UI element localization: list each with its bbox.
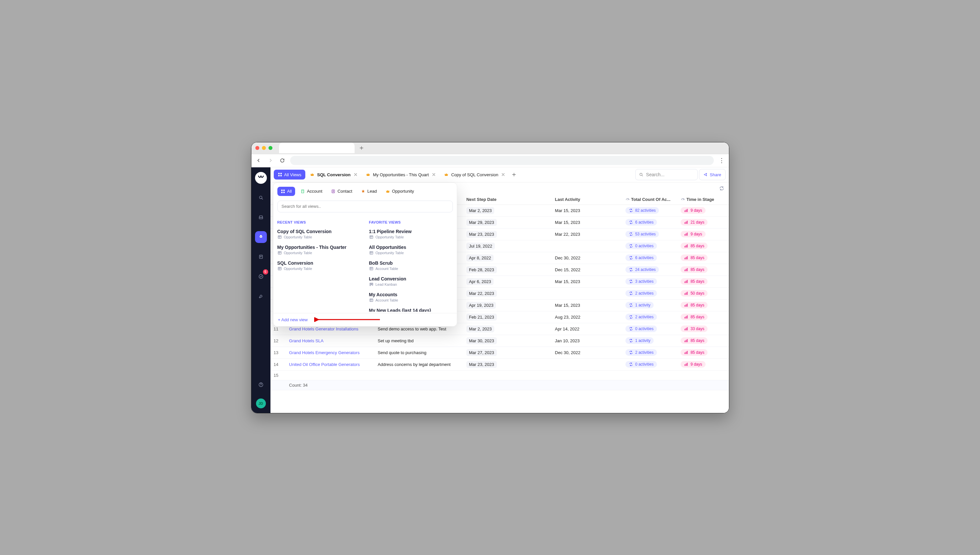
table-row[interactable]: 12Grand Hotels SLASet up meeting tbdMar … bbox=[270, 335, 729, 346]
view-item[interactable]: My AccountsAccount Table bbox=[369, 290, 453, 306]
share-button[interactable]: Share bbox=[699, 169, 726, 180]
chip-opportunity[interactable]: Opportunity bbox=[382, 187, 417, 196]
view-tab[interactable]: My Opportunities - This Quart bbox=[363, 170, 440, 180]
view-tab[interactable]: Copy of SQL Conversion bbox=[441, 170, 509, 180]
browser-tab[interactable] bbox=[279, 143, 355, 153]
table-icon bbox=[369, 282, 374, 287]
settings-icon[interactable] bbox=[255, 290, 267, 302]
window-close-dot[interactable] bbox=[255, 146, 259, 150]
opportunity-link[interactable]: Grand Hotels Emergency Generators bbox=[289, 350, 360, 355]
row-number: 12 bbox=[270, 335, 286, 346]
cycle-icon bbox=[629, 208, 633, 213]
app: 6 JD All Views SQL ConversionMy Opportun… bbox=[251, 167, 729, 413]
cell-time-in-stage: 85 days bbox=[677, 335, 729, 346]
view-item[interactable]: BoB ScrubAccount Table bbox=[369, 258, 453, 274]
cell-next-step: Address concerns by legal department bbox=[374, 358, 463, 370]
window-min-dot[interactable] bbox=[262, 146, 266, 150]
back-button[interactable] bbox=[255, 157, 262, 164]
view-tab[interactable]: SQL Conversion bbox=[307, 170, 361, 180]
forward-button[interactable] bbox=[267, 157, 274, 164]
browser-menu-icon[interactable]: ⋮ bbox=[718, 157, 726, 164]
chip-lead[interactable]: Lead bbox=[358, 187, 380, 196]
search-placeholder: Search... bbox=[646, 172, 665, 177]
cycle-icon bbox=[629, 220, 633, 225]
col-last-activity[interactable]: Last Activity bbox=[552, 194, 622, 205]
chip-all[interactable]: All bbox=[277, 187, 295, 196]
url-input[interactable] bbox=[290, 156, 714, 165]
cell-next-step-date: Mar 2, 2023 bbox=[463, 205, 552, 217]
chip-account[interactable]: Account bbox=[297, 187, 326, 196]
cycle-icon bbox=[629, 362, 633, 367]
view-item[interactable]: My Opportunities - This QuarterOpportuni… bbox=[277, 243, 361, 258]
cell-time-in-stage: 85 days bbox=[677, 240, 729, 252]
view-item[interactable]: SQL ConversionOpportunity Table bbox=[277, 258, 361, 274]
opportunity-link[interactable]: Grand Hotels SLA bbox=[289, 338, 324, 343]
col-next-step-date[interactable]: Next Step Date bbox=[463, 194, 552, 205]
row-number: 14 bbox=[270, 358, 286, 370]
bars-icon bbox=[684, 279, 689, 284]
close-tab-icon[interactable] bbox=[432, 172, 436, 177]
reload-button[interactable] bbox=[278, 157, 286, 164]
search-input[interactable]: Search... bbox=[635, 169, 698, 180]
tasks-icon[interactable]: 6 bbox=[255, 271, 267, 282]
view-tab-label: Copy of SQL Conversion bbox=[451, 172, 498, 177]
close-tab-icon[interactable] bbox=[353, 172, 358, 177]
dropdown-search-input[interactable] bbox=[281, 204, 449, 209]
table-footer: Count: 34 bbox=[270, 380, 729, 390]
notes-icon[interactable] bbox=[255, 251, 267, 263]
cell-next-step-date: Feb 21, 2023 bbox=[463, 311, 552, 323]
gauge-icon bbox=[625, 197, 630, 202]
col-time-in-stage[interactable]: Time in Stage bbox=[677, 194, 729, 205]
cell-next-step-date: Feb 28, 2023 bbox=[463, 264, 552, 276]
crown-icon bbox=[444, 172, 449, 177]
all-views-button[interactable]: All Views bbox=[274, 170, 305, 180]
cell-last-activity bbox=[552, 240, 622, 252]
table-row[interactable]: 14United Oil Office Portable GeneratorsA… bbox=[270, 358, 729, 370]
add-view-tab[interactable] bbox=[510, 171, 518, 178]
table-row[interactable]: 13Grand Hotels Emergency GeneratorsSend … bbox=[270, 346, 729, 358]
app-logo[interactable] bbox=[255, 172, 267, 184]
view-item-sub: Opportunity Table bbox=[277, 266, 361, 271]
recent-views-col: RECENT VIEWS Copy of SQL ConversionOppor… bbox=[277, 218, 361, 312]
view-item[interactable]: Lead ConversionLead Kanban bbox=[369, 274, 453, 290]
browser-url-bar: ⋮ bbox=[251, 154, 729, 167]
cell-activities: 2 activities bbox=[622, 287, 678, 299]
browser-new-tab[interactable] bbox=[357, 144, 366, 152]
grid-icon bbox=[281, 189, 285, 194]
cell-last-activity: Mar 15, 2023 bbox=[552, 217, 622, 228]
window-max-dot[interactable] bbox=[269, 146, 272, 150]
opportunity-link[interactable]: United Oil Office Portable Generators bbox=[289, 362, 360, 367]
dropdown-search[interactable] bbox=[277, 201, 453, 212]
col-total-count[interactable]: Total Count Of Ac... bbox=[622, 194, 678, 205]
cell-activities: 0 activities bbox=[622, 323, 678, 335]
cell-opportunity: Grand Hotels SLA bbox=[286, 335, 375, 346]
cycle-icon bbox=[629, 350, 633, 355]
cell-activities: 6 activities bbox=[622, 217, 678, 228]
view-item[interactable]: Copy of SQL ConversionOpportunity Table bbox=[277, 227, 361, 243]
search-icon[interactable] bbox=[255, 192, 267, 204]
close-tab-icon[interactable] bbox=[501, 172, 505, 177]
add-new-view-link[interactable]: + Add new view bbox=[278, 317, 308, 322]
cell-time-in-stage: 33 days bbox=[677, 323, 729, 335]
rocket-icon[interactable] bbox=[255, 231, 267, 243]
view-item-name: 1:1 Pipeline Review bbox=[369, 229, 453, 234]
opportunity-link[interactable]: Grand Hotels Generator Installations bbox=[289, 327, 358, 331]
table-icon bbox=[277, 250, 282, 255]
refresh-icon[interactable] bbox=[719, 186, 724, 191]
cell-next-step-date: Jul 19, 2022 bbox=[463, 240, 552, 252]
cell-last-activity: Mar 15, 2023 bbox=[552, 299, 622, 311]
cell-last-activity: Dec 30, 2022 bbox=[552, 252, 622, 264]
chip-contact[interactable]: Contact bbox=[328, 187, 356, 196]
view-item[interactable]: 1:1 Pipeline ReviewOpportunity Table bbox=[369, 227, 453, 243]
cell-last-activity: Aug 23, 2022 bbox=[552, 311, 622, 323]
cell-time-in-stage: 85 days bbox=[677, 252, 729, 264]
avatar[interactable]: JD bbox=[256, 398, 266, 408]
help-icon[interactable] bbox=[255, 379, 267, 391]
table-row[interactable]: 15 bbox=[270, 370, 729, 380]
cycle-icon bbox=[629, 327, 633, 331]
cell-last-activity: Mar 15, 2023 bbox=[552, 276, 622, 287]
view-item-sub: Opportunity Table bbox=[277, 235, 361, 239]
view-item[interactable]: My New Leads (last 14 days)Lead Table bbox=[369, 306, 453, 312]
view-item[interactable]: All OpportunitiesOpportunity Table bbox=[369, 243, 453, 258]
inbox-icon[interactable] bbox=[255, 212, 267, 223]
